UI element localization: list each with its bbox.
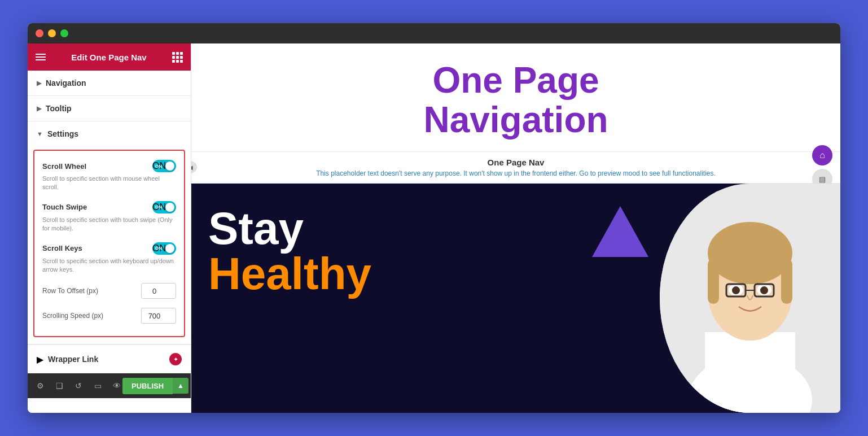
touch-swipe-row: Touch Swipe ON [42, 197, 176, 213]
card-icon: ▤ [819, 175, 826, 184]
triangle-decoration [592, 206, 648, 257]
row-to-offset-label: Row To Offset (px) [42, 287, 98, 295]
scroll-wheel-desc: Scroll to specific section with mouse wh… [42, 175, 176, 192]
row-to-offset-input[interactable] [141, 283, 176, 299]
touch-swipe-desc: Scroll to specific section with touch sw… [42, 216, 176, 233]
scroll-wheel-toggle-text: ON [152, 161, 166, 171]
scrolling-speed-label: Scrolling Speed (px) [42, 312, 103, 320]
scroll-keys-row: Scroll Keys ON [42, 238, 176, 255]
home-icon: ⌂ [819, 150, 825, 160]
settings-chevron: ▼ [37, 130, 43, 137]
publish-btn-group: PUBLISH ▲ [122, 378, 188, 394]
scroll-wheel-row: Scroll Wheel ON [42, 155, 176, 172]
scroll-wheel-label: Scroll Wheel [42, 162, 86, 171]
scroll-wheel-toggle[interactable]: ON [152, 160, 176, 172]
page-hero: One Page Navigation [191, 43, 840, 151]
browser-window: Edit One Page Nav ▶ Navigation ▶ Toolt [28, 23, 840, 413]
svg-rect-6 [708, 259, 719, 304]
hero-title-line1: One Page [203, 60, 829, 100]
section-dark: Stay Healthy [191, 184, 840, 413]
sidebar-header: Edit One Page Nav [28, 43, 191, 71]
svg-point-5 [708, 222, 792, 284]
nav-widget-icons: ⌂ ▤ [812, 145, 832, 189]
doctor-illustration [660, 184, 840, 413]
scroll-keys-toggle[interactable]: ON [152, 242, 176, 255]
main-content: One Page Navigation ◀ One Page Nav This … [191, 43, 840, 413]
touch-swipe-toggle-text: ON [152, 202, 166, 212]
publish-arrow-button[interactable]: ▲ [173, 378, 188, 394]
doctor-image-area [660, 184, 840, 413]
scrolling-speed-row: Scrolling Speed (px) [42, 303, 176, 328]
settings-label: Settings [47, 129, 78, 138]
touch-swipe-knob [165, 203, 174, 212]
tooltip-header[interactable]: ▶ Tooltip [28, 96, 191, 121]
footer-icons: ⚙ ❑ ↺ ▭ 👁 [34, 380, 122, 391]
scroll-keys-toggle-text: ON [152, 243, 166, 254]
touch-swipe-label: Touch Swipe [42, 203, 87, 211]
home-icon-button[interactable]: ⌂ [812, 145, 832, 165]
svg-rect-7 [781, 259, 792, 304]
sidebar-section-tooltip: ▶ Tooltip [28, 96, 191, 121]
sidebar-section-settings: ▼ Settings Scroll Wheel ON Scroll to spe… [28, 121, 191, 345]
sidebar: Edit One Page Nav ▶ Navigation ▶ Toolt [28, 43, 191, 413]
browser-content: Edit One Page Nav ▶ Navigation ▶ Toolt [28, 43, 840, 413]
svg-point-10 [732, 286, 740, 294]
wrapper-link-section: ▶ Wrapper Link ✦ [28, 345, 191, 373]
scroll-keys-knob [165, 244, 174, 253]
row-to-offset-row: Row To Offset (px) [42, 278, 176, 303]
desktop-icon[interactable]: ▭ [92, 380, 103, 391]
layers-icon[interactable]: ❑ [54, 380, 65, 391]
grid-icon[interactable] [172, 52, 183, 63]
browser-titlebar [28, 23, 840, 43]
undo-icon[interactable]: ↺ [73, 380, 84, 391]
sidebar-header-title: Edit One Page Nav [71, 53, 146, 62]
scroll-keys-desc: Scroll to specific section with keyboard… [42, 257, 176, 274]
publish-button[interactable]: PUBLISH [122, 378, 173, 394]
hero-title-line2: Navigation [203, 100, 829, 139]
stay-text: Stay [208, 206, 371, 251]
wrapper-link-chevron: ▶ [37, 354, 43, 365]
tooltip-chevron: ▶ [37, 105, 41, 112]
nav-widget-content: One Page Nav This placeholder text doesn… [203, 158, 829, 177]
wrapper-link-left: ▶ Wrapper Link [37, 354, 98, 365]
navigation-chevron: ▶ [37, 80, 41, 87]
traffic-green-btn[interactable] [60, 29, 68, 37]
collapse-button[interactable]: ◀ [191, 161, 197, 173]
wrapper-link-label: Wrapper Link [48, 355, 98, 364]
scrolling-speed-input[interactable] [141, 308, 176, 324]
wrapper-link-icon[interactable]: ✦ [169, 353, 182, 365]
traffic-yellow-btn[interactable] [48, 29, 56, 37]
healthy-text: Healthy [208, 251, 371, 297]
settings-content: Scroll Wheel ON Scroll to specific secti… [33, 150, 185, 337]
settings-header[interactable]: ▼ Settings [28, 121, 191, 146]
nav-widget-description: This placeholder text doesn't serve any … [203, 169, 829, 177]
hamburger-icon[interactable] [36, 54, 46, 60]
stay-healthy-text: Stay Healthy [208, 206, 371, 297]
hero-title: One Page Navigation [203, 60, 829, 140]
nav-widget-title: One Page Nav [203, 158, 829, 167]
navigation-label: Navigation [46, 79, 86, 88]
nav-widget-area: ◀ One Page Nav This placeholder text doe… [191, 151, 840, 184]
tooltip-label: Tooltip [46, 104, 72, 113]
svg-point-11 [760, 286, 768, 294]
gear-icon[interactable]: ⚙ [34, 380, 46, 391]
sidebar-footer: ⚙ ❑ ↺ ▭ 👁 PUBLISH ▲ [28, 373, 191, 398]
touch-swipe-toggle[interactable]: ON [152, 201, 176, 213]
eye-icon[interactable]: 👁 [111, 380, 122, 391]
scroll-wheel-knob [165, 162, 174, 171]
traffic-red-btn[interactable] [36, 29, 43, 37]
sidebar-section-navigation: ▶ Navigation [28, 71, 191, 96]
navigation-header[interactable]: ▶ Navigation [28, 71, 191, 95]
scroll-keys-label: Scroll Keys [42, 244, 82, 252]
svg-rect-2 [705, 332, 795, 413]
